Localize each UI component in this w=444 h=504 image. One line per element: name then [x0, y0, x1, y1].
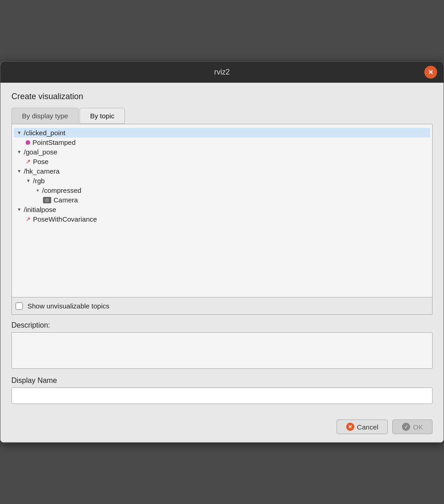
red-arrow-icon: ↗ — [26, 158, 31, 165]
purple-dot-icon — [26, 140, 30, 145]
tree-item-hk-camera[interactable]: ▼ /hk_camera — [14, 166, 430, 176]
show-unvisualizable-label: Show unvisualizable topics — [27, 302, 109, 310]
tree-item-initialpose[interactable]: ▼ /initialpose — [14, 205, 430, 214]
tree-label-point-stamped: PointStamped — [32, 138, 75, 146]
tree-label-initialpose: /initialpose — [24, 206, 56, 213]
show-unvisualizable-row: Show unvisualizable topics — [11, 297, 433, 315]
cancel-icon: ✕ — [346, 423, 354, 431]
tree-label-camera: Camera — [53, 196, 78, 204]
show-unvisualizable-checkbox[interactable] — [16, 302, 23, 310]
cancel-label: Cancel — [357, 423, 379, 431]
ok-label: OK — [413, 423, 423, 431]
window-title: rviz2 — [214, 68, 230, 76]
tab-by-display-type[interactable]: By display type — [11, 108, 79, 124]
tree-item-goal-pose[interactable]: ▼ /goal_pose — [14, 147, 430, 157]
dialog-content: Create visualization By display type By … — [0, 83, 444, 413]
expand-arrow-hk-camera: ▼ — [16, 169, 23, 174]
tree-label-hk-camera: /hk_camera — [24, 167, 59, 175]
expand-arrow-goal-pose: ▼ — [16, 149, 23, 154]
ok-icon: ✓ — [402, 423, 410, 431]
expand-arrow-initialpose: ▼ — [16, 207, 23, 212]
tree-item-camera[interactable]: ⊡ Camera — [41, 195, 430, 205]
tabs-row: By display type By topic — [11, 108, 433, 124]
tab-container: By display type By topic ▼ /clicked_poin… — [11, 108, 433, 315]
description-textarea[interactable] — [11, 332, 433, 369]
expand-arrow-clicked-point: ▼ — [16, 130, 23, 135]
description-label: Description: — [11, 321, 433, 329]
tree-item-pose-with-covariance[interactable]: ↗ PoseWithCovariance — [23, 214, 430, 224]
tree-label-goal-pose: /goal_pose — [24, 148, 57, 156]
tree-item-clicked-point[interactable]: ▼ /clicked_point — [14, 128, 430, 138]
tree-item-compressed[interactable]: ▾ /compressed — [32, 186, 430, 195]
camera-icon: ⊡ — [43, 197, 51, 203]
cancel-button[interactable]: ✕ Cancel — [337, 419, 388, 434]
tree-label-compressed: /compressed — [42, 186, 81, 194]
titlebar: rviz2 ✕ — [0, 62, 444, 83]
tree-label-pose: Pose — [33, 158, 48, 165]
footer: ✕ Cancel ✓ OK — [0, 413, 444, 442]
ok-button[interactable]: ✓ OK — [392, 419, 433, 434]
display-name-input[interactable] — [11, 387, 433, 404]
expand-arrow-compressed: ▾ — [34, 188, 41, 193]
dialog-title: Create visualization — [11, 92, 433, 101]
display-name-label: Display Name — [11, 377, 433, 385]
tab-by-topic[interactable]: By topic — [80, 108, 125, 124]
tree-label-pose-with-covariance: PoseWithCovariance — [33, 215, 97, 223]
tree-item-pose[interactable]: ↗ Pose — [23, 157, 430, 166]
tree-item-point-stamped[interactable]: PointStamped — [23, 138, 430, 147]
tree-label-clicked-point: /clicked_point — [24, 129, 65, 137]
tree-item-rgb[interactable]: ▼ /rgb — [23, 176, 430, 186]
pink-arrow-icon: ↗ — [26, 216, 31, 223]
topic-tree-panel: ▼ /clicked_point PointStamped ▼ /goal_po… — [11, 124, 433, 297]
main-window: rviz2 ✕ Create visualization By display … — [0, 61, 444, 443]
tree-label-rgb: /rgb — [33, 177, 45, 185]
close-button[interactable]: ✕ — [424, 66, 437, 79]
expand-arrow-rgb: ▼ — [25, 178, 32, 183]
